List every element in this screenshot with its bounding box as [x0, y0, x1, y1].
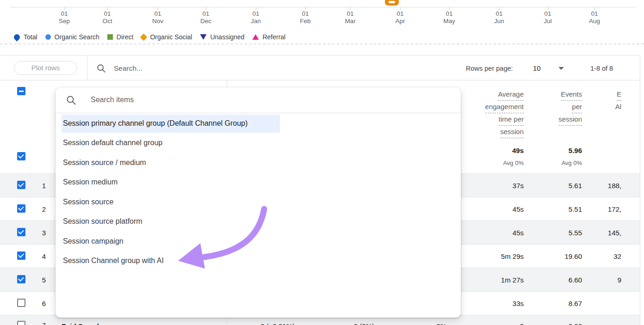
cell-events-per-session: 5.61 [536, 174, 582, 197]
cell-event-count: 188, [594, 174, 621, 197]
totals-events-delta: Avg 0% [536, 159, 582, 166]
annotation-glyph [389, 1, 395, 3]
cell-event-count: 32 [594, 245, 621, 268]
dropdown-search-input[interactable]: Search items [91, 96, 134, 104]
axis-tick: 01Mar [332, 7, 369, 25]
organic-search-dot-icon [45, 34, 51, 40]
toolbar-divider [87, 55, 87, 80]
totals-row-checkbox[interactable] [17, 152, 25, 160]
row-checkbox[interactable] [17, 299, 25, 307]
table-search-input[interactable]: Search... [114, 64, 142, 73]
tick-mark [548, 7, 548, 10]
legend-item-organic-social[interactable]: Organic Social [141, 33, 192, 41]
table-right-border [640, 55, 640, 325]
dropdown-item-session-source[interactable]: Session source [63, 192, 452, 212]
dropdown-item-session-campaign[interactable]: Session campaign [63, 232, 452, 251]
tick-mark [499, 7, 500, 10]
totals-avg-engagement-delta: Avg 0% [477, 159, 524, 166]
axis-tick: 01Oct [89, 7, 126, 25]
totals-events-per-session: 5.96 [536, 147, 582, 154]
cell-avg-engagement: 5m 29s [468, 245, 524, 268]
axis-tick: 01Nov [139, 7, 176, 25]
dimension-picker-dropdown: Search items Session primary channel gro… [56, 88, 461, 318]
cell-event-count: 145, [594, 221, 621, 245]
cell-avg-engagement: 1m 27s [468, 268, 524, 292]
rows-per-page-caret-icon[interactable] [558, 67, 564, 70]
legend-item-referral[interactable]: Referral [252, 33, 285, 41]
total-pin-icon [12, 33, 21, 41]
plot-rows-button[interactable]: Plot rows [14, 61, 77, 75]
dropdown-divider [56, 113, 461, 113]
dropdown-item-session-medium[interactable]: Session medium [63, 172, 452, 192]
cell-events-per-session: 5.55 [536, 221, 582, 245]
cell-events-per-session: 8.67 [536, 292, 582, 315]
axis-tick: 01Jan [237, 7, 274, 25]
dropdown-item-session-source-platform[interactable]: Session source platform [63, 212, 452, 231]
header-events-per-session[interactable]: Events per session [536, 88, 582, 126]
unassigned-triangle-icon [200, 34, 206, 40]
toolbar-bottom-border [0, 80, 640, 80]
row-checkbox[interactable] [17, 321, 25, 325]
legend-item-direct[interactable]: Direct [107, 33, 134, 41]
cell-avg-engagement: 37s [468, 174, 524, 197]
tick-mark [158, 7, 158, 10]
axis-tick: 01Dec [187, 7, 224, 25]
toolbar-top-border [0, 55, 640, 55]
organic-social-diamond-icon [140, 33, 148, 41]
tick-mark [256, 7, 256, 10]
axis-tick: 01Aug [576, 7, 613, 25]
cell-events-per-session: 19.60 [536, 245, 582, 268]
tick-mark [350, 7, 351, 10]
row-checkbox[interactable] [17, 181, 25, 189]
totals-avg-engagement: 49s [477, 147, 524, 154]
legend-item-total[interactable]: Total [14, 33, 37, 41]
tick-mark [305, 7, 306, 10]
select-all-checkbox[interactable] [17, 87, 25, 95]
row-checkbox[interactable] [17, 251, 25, 260]
cell-avg-engagement: 33s [468, 292, 524, 315]
referral-triangle-icon [252, 34, 259, 40]
dropdown-item-session-source-medium[interactable]: Session source / medium [63, 153, 452, 172]
cell-avg-engagement: 0 [468, 315, 524, 325]
legend-item-unassigned[interactable]: Unassigned [200, 33, 244, 41]
tick-mark [64, 7, 65, 10]
chart-annotation-icon[interactable] [385, 0, 399, 6]
pagination-status: 1-8 of 8 [590, 65, 613, 72]
tick-mark [400, 7, 401, 10]
axis-tick: 01Jul [529, 7, 566, 25]
tick-mark [449, 7, 450, 10]
row-checkbox[interactable] [17, 228, 25, 236]
cell-events-per-session: 6.60 [536, 268, 582, 292]
search-icon [66, 95, 77, 106]
direct-square-icon [107, 34, 113, 40]
dropdown-item-session-channel-group-with-ai[interactable]: Session Channel group with AI [63, 251, 452, 270]
cell-event-count: 172, [594, 197, 621, 221]
chart-legend: Total Organic Search Direct Organic Soci… [14, 32, 285, 42]
legend-item-organic-search[interactable]: Organic Search [45, 33, 99, 41]
row-checkbox[interactable] [17, 275, 25, 283]
axis-tick: 01Sep [46, 7, 83, 25]
rows-per-page-select[interactable]: 10 [533, 64, 541, 72]
tick-mark [206, 7, 206, 10]
axis-tick: 01May [431, 7, 468, 25]
tick-mark [594, 7, 595, 10]
tick-mark [107, 7, 108, 10]
row-checkbox[interactable] [17, 204, 25, 213]
header-event-count[interactable]: E Al [594, 88, 621, 113]
cell-avg-engagement: 45s [468, 221, 524, 245]
dropdown-item-session-default-channel-group[interactable]: Session default channel group [63, 133, 452, 153]
axis-tick: 01Feb [287, 7, 324, 25]
axis-tick: 01Apr [382, 7, 419, 25]
axis-tick: 01Jun [481, 7, 518, 25]
rows-per-page-label: Rows per page: [466, 65, 513, 72]
cell-event-count: 9 [594, 268, 621, 292]
cell-events-per-session: 5.51 [536, 197, 582, 221]
header-avg-engagement-time[interactable]: Average engagement time per session [459, 88, 524, 138]
section-divider [0, 43, 644, 44]
dropdown-item-session-primary-channel-group[interactable]: Session primary channel group (Default C… [63, 114, 452, 133]
cell-events-per-session: 0.00 [536, 315, 582, 325]
cell-avg-engagement: 45s [468, 197, 524, 221]
search-icon [96, 63, 106, 74]
